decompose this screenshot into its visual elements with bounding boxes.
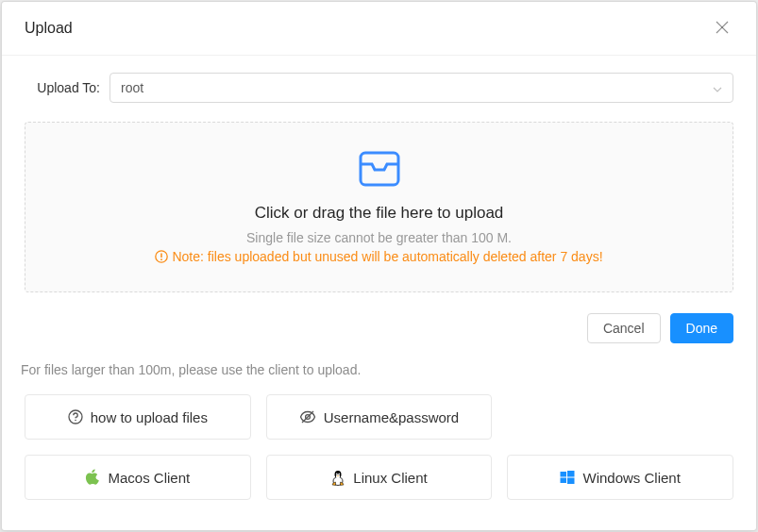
username-password-button[interactable]: Username&password [266,394,493,440]
chevron-down-icon [713,80,722,95]
dropzone-note-text: Note: files uploaded but unused will be … [172,249,602,264]
close-button[interactable] [711,17,733,40]
linux-icon [330,469,345,486]
dropzone-note: Note: files uploaded but unused will be … [155,249,602,264]
upload-to-label: Upload To: [25,80,109,95]
option-label: how to upload files [91,409,208,425]
svg-rect-18 [567,471,575,477]
upload-to-row: Upload To: root [25,73,733,103]
svg-rect-19 [561,478,567,484]
helper-text: For files larger than 100m, please use t… [21,362,733,377]
svg-point-15 [337,474,338,474]
how-to-upload-button[interactable]: how to upload files [25,394,251,440]
apple-icon [85,469,100,486]
options-row-1: how to upload files Username&password [25,394,733,440]
windows-client-button[interactable]: Windows Client [507,455,733,500]
upload-dropzone[interactable]: Click or drag the file here to upload Si… [25,122,733,292]
question-circle-icon [68,409,83,424]
dropzone-title: Click or drag the file here to upload [44,204,714,223]
modal-body: Upload To: root Click or drag the file h… [2,56,756,530]
svg-point-16 [339,474,340,474]
modal-title: Upload [25,20,73,37]
inbox-icon [44,151,714,191]
svg-point-5 [161,258,163,260]
modal-header: Upload [2,2,756,56]
linux-client-button[interactable]: Linux Client [266,455,493,500]
done-button[interactable]: Done [670,313,733,343]
cancel-button[interactable]: Cancel [587,313,661,343]
dropzone-subtitle: Single file size cannot be greater than … [44,230,714,245]
options-row-2: Macos Client Linux Client Windows Client [25,455,733,500]
windows-icon [560,470,575,485]
svg-point-7 [75,420,76,422]
upload-modal: Upload Upload To: root Cli [1,1,757,531]
action-buttons: Cancel Done [25,313,733,343]
select-value: root [121,80,143,95]
option-label: Macos Client [108,470,190,486]
eye-off-icon [299,409,316,424]
option-label: Username&password [324,409,459,425]
option-label: Windows Client [582,470,680,486]
option-label: Linux Client [353,470,427,486]
warning-icon [155,250,168,263]
spacer [507,394,733,440]
close-icon [716,19,729,39]
svg-rect-17 [561,472,567,477]
upload-to-select[interactable]: root [109,73,733,103]
svg-rect-20 [567,478,575,485]
macos-client-button[interactable]: Macos Client [25,455,251,500]
